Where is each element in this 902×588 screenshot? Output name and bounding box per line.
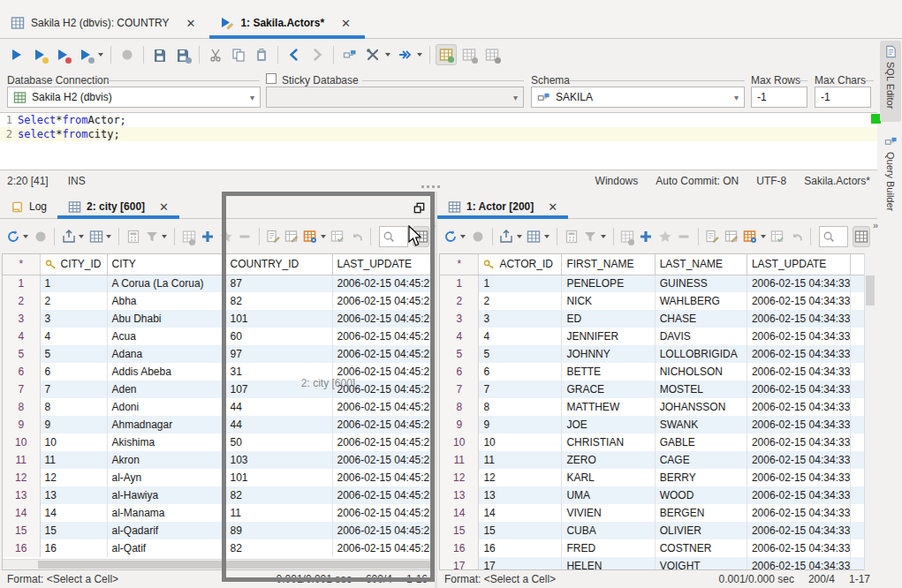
execute-buffer-button[interactable] bbox=[52, 44, 73, 65]
chevron-down-icon[interactable] bbox=[98, 53, 103, 57]
copy-button[interactable] bbox=[228, 44, 249, 65]
edit-cell-button[interactable] bbox=[704, 226, 721, 247]
max-chars-input[interactable] bbox=[815, 87, 871, 108]
grid-cell[interactable]: GRACE bbox=[562, 381, 655, 398]
grid-cell[interactable]: Abu Dhabi bbox=[107, 310, 225, 328]
grid-cell[interactable]: 2006-02-15 04:34:33 bbox=[747, 328, 851, 345]
insert-row-button[interactable] bbox=[638, 226, 655, 247]
connection-select[interactable]: Sakila H2 (dbvis) ▾ bbox=[7, 87, 261, 108]
grid-cell[interactable]: 101 bbox=[225, 469, 332, 486]
grid-cell[interactable]: CHRISTIAN bbox=[562, 433, 655, 451]
grid-cell[interactable]: al-Hawiya bbox=[107, 486, 225, 504]
row-number[interactable]: 13 bbox=[3, 486, 40, 504]
grid-check-button[interactable] bbox=[330, 226, 346, 247]
grid-cell[interactable]: al-Manama bbox=[107, 504, 225, 522]
grid-cell[interactable]: LOLLOBRIGIDA bbox=[655, 345, 747, 363]
grid-search-input[interactable] bbox=[379, 226, 408, 247]
grid-cell[interactable]: 2006-02-15 04:34:33 bbox=[747, 469, 851, 486]
sticky-database-checkbox[interactable] bbox=[266, 73, 277, 84]
grid-cell[interactable]: 2 bbox=[479, 292, 562, 310]
row-number[interactable]: 7 bbox=[440, 381, 479, 398]
window-tab-1[interactable]: Sakila H2 (dbvis): COUNTRY✕ bbox=[0, 8, 209, 38]
close-icon[interactable]: ✕ bbox=[159, 200, 169, 214]
chevron-down-icon[interactable] bbox=[23, 235, 28, 238]
splitter-handle[interactable] bbox=[421, 185, 440, 188]
grid-cell[interactable]: 2006-02-15 04:45:25 bbox=[332, 275, 433, 292]
row-number[interactable]: 16 bbox=[440, 539, 479, 557]
grid-cell[interactable]: MATTHEW bbox=[562, 398, 655, 416]
grid-cell[interactable]: JOHNNY bbox=[562, 345, 655, 363]
grid-cell[interactable]: 2006-02-15 04:34:33 bbox=[747, 363, 851, 381]
grid-cell[interactable]: UMA bbox=[562, 486, 655, 504]
filter-button[interactable] bbox=[581, 226, 598, 247]
visualize-query-button[interactable] bbox=[339, 44, 360, 65]
grid-cell[interactable]: OLIVIER bbox=[655, 522, 747, 539]
column-header-row[interactable]: * bbox=[440, 254, 479, 275]
grid-cell[interactable]: 2006-02-15 04:45:25 bbox=[332, 328, 433, 345]
grid-cell[interactable]: 2006-02-15 04:45:25 bbox=[332, 522, 433, 539]
chevron-down-icon[interactable] bbox=[601, 235, 606, 238]
toolbar-overflow-icon[interactable]: › bbox=[432, 219, 435, 230]
column-header-last_update[interactable]: LAST_UPDATE bbox=[747, 254, 851, 275]
export-grid-button[interactable] bbox=[60, 226, 77, 247]
chevron-down-icon[interactable] bbox=[417, 53, 422, 57]
grid-cell[interactable]: 107 bbox=[225, 381, 332, 398]
chevron-down-icon[interactable] bbox=[321, 235, 326, 238]
grid-search-input[interactable] bbox=[819, 226, 848, 247]
chevron-down-icon[interactable] bbox=[517, 235, 522, 238]
grid-cell[interactable]: DAVIS bbox=[655, 328, 747, 345]
forward-button[interactable] bbox=[307, 44, 328, 65]
grid-cell[interactable]: COSTNER bbox=[655, 539, 747, 557]
grid-cell[interactable]: 2006-02-15 04:45:25 bbox=[332, 539, 433, 557]
grid-cell[interactable]: 16 bbox=[40, 539, 107, 557]
edit-cell-button[interactable] bbox=[264, 226, 281, 247]
editor-line[interactable]: 2select * from city; bbox=[0, 127, 877, 141]
result-tab-1-actor-200-[interactable]: 1: Actor [200]✕ bbox=[437, 195, 568, 218]
grid-cell[interactable]: al-Ayn bbox=[107, 469, 225, 486]
grid-cell[interactable]: 5 bbox=[479, 345, 562, 363]
grid-cell[interactable]: Adana bbox=[107, 345, 225, 363]
reload-button[interactable] bbox=[442, 226, 459, 247]
grid-cell[interactable]: 8 bbox=[479, 398, 562, 416]
row-number[interactable]: 8 bbox=[440, 398, 479, 416]
grid-cell[interactable]: CUBA bbox=[562, 522, 655, 539]
undo-edit-button[interactable] bbox=[788, 226, 805, 247]
grid-cell[interactable]: 31 bbox=[225, 363, 332, 381]
grid-cell[interactable]: 2006-02-15 04:34:33 bbox=[747, 557, 851, 570]
chevron-down-icon[interactable] bbox=[79, 235, 84, 238]
chevron-down-icon[interactable] bbox=[385, 53, 390, 57]
grid-cell[interactable]: VIVIEN bbox=[562, 504, 655, 522]
grid-cell[interactable]: Adoni bbox=[107, 398, 225, 416]
editor-line[interactable]: 1Select * from Actor; bbox=[0, 113, 877, 127]
save-edits-button[interactable] bbox=[618, 226, 635, 247]
grid-cell[interactable]: CHASE bbox=[655, 310, 747, 328]
grid-cell[interactable]: 2006-02-15 04:45:25 bbox=[332, 504, 433, 522]
column-header-first_name[interactable]: FIRST_NAME bbox=[562, 254, 655, 275]
delete-row-button[interactable] bbox=[237, 226, 254, 247]
grid-cell[interactable]: 2006-02-15 04:34:33 bbox=[747, 486, 851, 504]
grid-cell[interactable]: 11 bbox=[225, 504, 332, 522]
grid-cell[interactable]: 44 bbox=[225, 416, 332, 433]
tab-sql-editor[interactable]: SQL Editor bbox=[880, 41, 901, 122]
grid-cell[interactable]: 8 bbox=[40, 398, 107, 416]
column-header-actor_id[interactable]: ACTOR_ID bbox=[479, 254, 562, 275]
grid-cell[interactable]: Addis Abeba bbox=[107, 363, 225, 381]
export-grid-button[interactable] bbox=[497, 226, 514, 247]
grid-cell[interactable]: FRED bbox=[562, 539, 655, 557]
row-number[interactable]: 4 bbox=[440, 328, 479, 345]
row-number[interactable]: 12 bbox=[440, 469, 479, 486]
grid-cell[interactable]: 17 bbox=[479, 557, 562, 570]
row-number[interactable]: 13 bbox=[440, 486, 479, 504]
keep-results-button[interactable] bbox=[459, 44, 480, 65]
grid-cell[interactable]: 1 bbox=[40, 275, 107, 292]
chevron-down-icon[interactable] bbox=[460, 235, 466, 238]
grid-cell[interactable]: BETTE bbox=[562, 363, 655, 381]
window-tab-2[interactable]: 1: Sakila.Actors*✕ bbox=[209, 8, 365, 38]
grid-cell[interactable]: ZERO bbox=[562, 451, 655, 469]
grid-cell[interactable]: 6 bbox=[479, 363, 562, 381]
grid-cell[interactable]: 3 bbox=[479, 310, 562, 328]
grid-cell[interactable]: BERGEN bbox=[655, 504, 747, 522]
execute-current-button[interactable] bbox=[29, 44, 50, 65]
row-number[interactable]: 1 bbox=[440, 275, 479, 292]
sticky-database-select[interactable]: ▾ bbox=[266, 87, 524, 108]
